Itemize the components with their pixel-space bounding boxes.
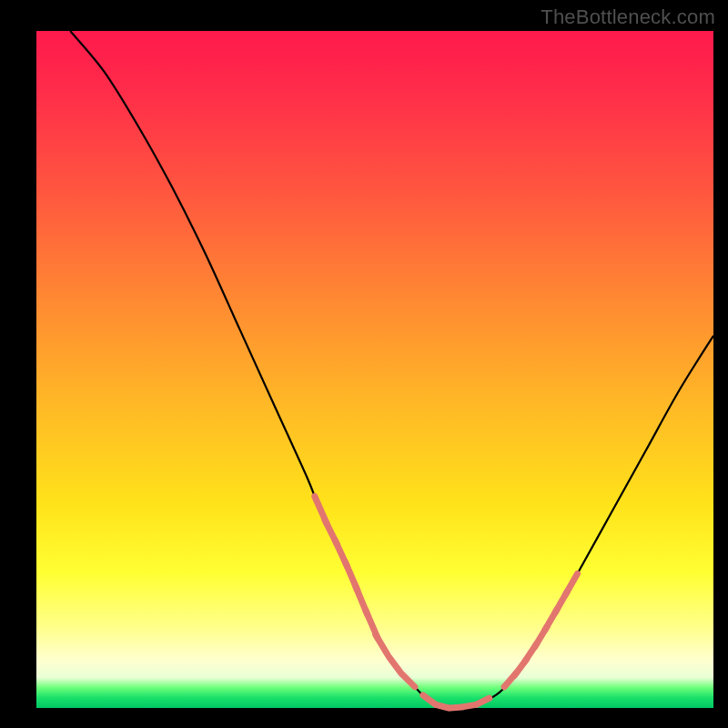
chart-frame: TheBottleneck.com xyxy=(0,0,728,728)
plot-gradient-area xyxy=(36,31,713,708)
trough-marker-segment xyxy=(565,574,577,595)
curve-svg xyxy=(36,31,713,708)
trough-marker-segment xyxy=(376,634,388,654)
trough-marker-segment xyxy=(423,695,435,704)
watermark-text: TheBottleneck.com xyxy=(541,5,715,29)
trough-markers xyxy=(315,497,578,709)
trough-marker-segment xyxy=(464,704,476,706)
trough-marker-segment xyxy=(389,657,401,673)
trough-marker-segment xyxy=(450,707,462,708)
trough-marker-segment xyxy=(477,698,489,704)
curve-line xyxy=(70,31,713,709)
trough-marker-segment xyxy=(437,705,449,708)
trough-marker-segment xyxy=(403,675,415,687)
bottleneck-curve xyxy=(70,31,713,709)
